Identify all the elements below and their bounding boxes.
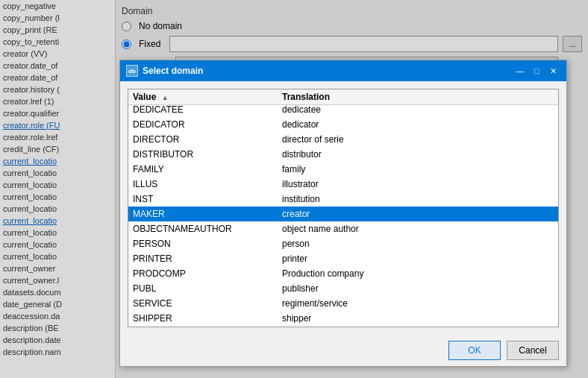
row-translation: Production company [282, 268, 554, 279]
sort-indicator: ▲ [162, 94, 169, 101]
maximize-button[interactable]: □ [529, 63, 544, 78]
table-row[interactable]: OBJECTNAMEAUTHORobject name author [128, 221, 558, 236]
row-value: DEDICATEE [133, 105, 282, 115]
table-row[interactable]: SERVICEregiment/service [128, 296, 558, 311]
dialog-icon: db [126, 65, 138, 77]
row-translation: dedicatee [282, 105, 554, 115]
row-value: MAKER [133, 209, 282, 219]
row-value: PRODCOMP [133, 268, 282, 279]
row-translation: illustrator [282, 179, 554, 189]
table-row[interactable]: DEDICATEEdedicatee [128, 105, 558, 117]
table-row[interactable]: DEDICATORdedicator [128, 117, 558, 132]
domain-table-container: Value ▲ Translation CORPORATEcorporate a… [128, 89, 559, 327]
row-translation: printer [282, 253, 554, 264]
row-translation: creator [282, 209, 554, 219]
titlebar-left: db Select domain [126, 65, 203, 77]
modal-window-controls: — □ ✕ [513, 63, 560, 78]
row-value: DEDICATOR [133, 119, 282, 130]
table-row[interactable]: PRODCOMPProduction company [128, 266, 558, 281]
table-row[interactable]: INSTinstitution [128, 192, 558, 207]
table-header: Value ▲ Translation [128, 89, 558, 105]
row-value: SERVICE [133, 298, 282, 309]
table-row[interactable]: PUBLpublisher [128, 281, 558, 296]
row-value: OBJECTNAMEAUTHOR [133, 224, 282, 234]
modal-title: Select domain [143, 66, 203, 76]
cancel-button[interactable]: Cancel [507, 341, 559, 360]
row-translation: distributor [282, 149, 554, 160]
row-translation: director of serie [282, 134, 554, 145]
row-translation: object name author [282, 224, 554, 234]
row-translation: institution [282, 194, 554, 204]
row-value: PERSON [133, 239, 282, 249]
close-button[interactable]: ✕ [545, 63, 560, 78]
modal-titlebar: db Select domain — □ ✕ [120, 60, 566, 81]
table-row[interactable]: MAKERcreator [128, 207, 558, 221]
table-row[interactable]: ILLUSillustrator [128, 177, 558, 192]
row-translation: publisher [282, 283, 554, 294]
minimize-button[interactable]: — [513, 63, 528, 78]
col-translation-header: Translation [282, 92, 554, 102]
row-translation: family [282, 164, 554, 174]
dialog-icon-text: db [128, 68, 136, 75]
row-value: ILLUS [133, 179, 282, 189]
row-value: PUBL [133, 283, 282, 294]
row-value: DISTRIBUTOR [133, 149, 282, 160]
table-body[interactable]: CORPORATEcorporate authorCURATORcuratorD… [128, 105, 558, 323]
ok-button[interactable]: OK [448, 341, 501, 360]
row-value: INST [133, 194, 282, 204]
select-domain-dialog: db Select domain — □ ✕ Value ▲ Translati… [119, 60, 567, 367]
row-translation: person [282, 239, 554, 249]
col-value-header: Value ▲ [133, 92, 282, 102]
table-row[interactable]: SHIPPERshipper [128, 311, 558, 323]
row-translation: regiment/service [282, 298, 554, 309]
table-row[interactable]: FAMILYfamily [128, 162, 558, 177]
table-row[interactable]: DISTRIBUTORdistributor [128, 147, 558, 162]
row-translation: shipper [282, 313, 554, 323]
table-row[interactable]: PERSONperson [128, 236, 558, 251]
row-value: SHIPPER [133, 313, 282, 323]
row-translation: dedicator [282, 119, 554, 130]
row-value: DIRECTOR [133, 134, 282, 145]
table-row[interactable]: DIRECTORdirector of serie [128, 132, 558, 147]
modal-footer: OK Cancel [120, 335, 566, 366]
row-value: FAMILY [133, 164, 282, 174]
row-value: PRINTER [133, 253, 282, 264]
table-row[interactable]: PRINTERprinter [128, 251, 558, 266]
modal-body: Value ▲ Translation CORPORATEcorporate a… [120, 81, 566, 335]
